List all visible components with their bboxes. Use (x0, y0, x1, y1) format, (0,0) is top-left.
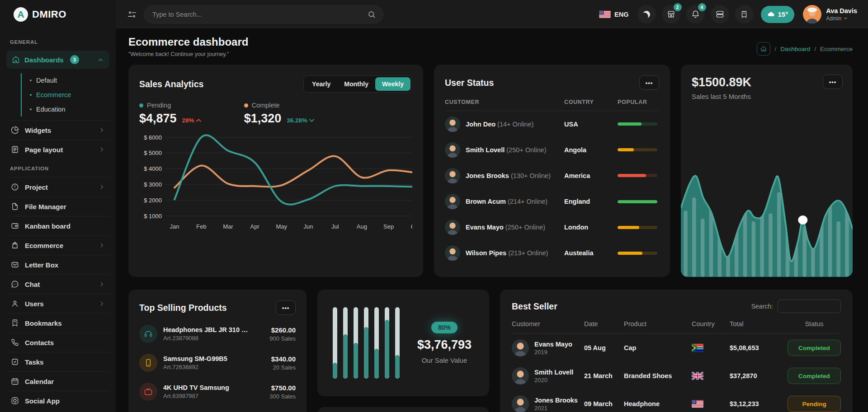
svg-text:Feb: Feb (196, 223, 206, 230)
sidebar-toggle-icon[interactable] (127, 10, 137, 19)
sidebar-item-file-manager[interactable]: File Manager (6, 197, 109, 216)
sidebar-item-ecommerce[interactable]: Ecommerce (6, 235, 109, 255)
more-options-button[interactable]: ••• (276, 300, 296, 315)
language-label: ENG (614, 11, 628, 18)
chevron-down-icon (843, 16, 848, 21)
chevron-right-icon (99, 146, 105, 153)
stacked-bar (343, 307, 348, 379)
table-row[interactable]: Evans Mayo2019 05 Aug Cap $5,08,653 Comp… (512, 334, 841, 362)
bookmark-icon (740, 10, 748, 19)
user-status-row[interactable]: Smith Lovell (250+ Online)Angola (445, 142, 659, 158)
tab-weekly[interactable]: Weekly (375, 77, 410, 91)
sale-value-percent-badge: 80% (431, 322, 458, 333)
sidebar-item-users[interactable]: Users (6, 294, 109, 313)
user-name: Ava Davis (826, 7, 857, 14)
smartphone-icon (139, 354, 157, 372)
table-search-input[interactable] (778, 300, 841, 313)
chevron-right-icon (99, 127, 105, 133)
sidebar-item-page-layout[interactable]: Page layout (6, 140, 109, 159)
svg-text:Aug: Aug (357, 223, 367, 230)
sidebar-item-tasks[interactable]: Tasks (6, 352, 109, 371)
sidebar-subitem-education[interactable]: Education (22, 102, 116, 117)
svg-text:$ 5000: $ 5000 (144, 150, 162, 156)
avatar (445, 220, 460, 235)
chevron-right-icon (99, 242, 105, 248)
search-label: Search: (751, 303, 773, 310)
layout-rows-button[interactable] (711, 5, 729, 23)
svg-text:$ 6000: $ 6000 (144, 134, 162, 141)
sidebar-item-dashboards[interactable]: Dashboards 3 (6, 51, 109, 69)
search-input[interactable] (152, 11, 368, 18)
chevron-right-icon (99, 300, 105, 307)
sidebar-item-chat[interactable]: Chat (6, 274, 109, 294)
store-icon (667, 10, 675, 19)
sidebar-subitem-ecommerce[interactable]: Ecommerce (22, 88, 116, 102)
table-row[interactable]: Jones Brooks2021 09 March Headphone $3,1… (512, 390, 841, 412)
sidebar-item-letter-box[interactable]: Letter Box (6, 255, 109, 274)
product-list-item[interactable]: 16.5" Gaming Laptop 29...Art.73497990 $2… (139, 406, 296, 412)
sidebar-item-social-app[interactable]: Social App (6, 391, 109, 410)
user-status-row[interactable]: Jones Brooks (130+ Online)America (445, 168, 659, 183)
breadcrumb-dashboard[interactable]: Dashboard (780, 46, 810, 52)
best-seller-card: Best Seller Search: CustomerDateProductC… (500, 290, 853, 412)
search-icon[interactable] (368, 10, 376, 19)
user-status-row[interactable]: John Deo (14+ Online)USA (445, 117, 659, 132)
stat-pending: Pending $4,875 28% (139, 102, 201, 126)
user-status-row[interactable]: Brown Acum (214+ Online)England (445, 194, 659, 209)
user-profile[interactable]: Ava Davis Admin (803, 5, 857, 23)
avatar (512, 367, 529, 384)
logo[interactable]: A DMIRO (0, 0, 116, 28)
bell-icon (691, 10, 700, 19)
sale-value-card: 80% $3,76,793 Our Sale Value (317, 290, 489, 396)
language-selector[interactable]: ENG (599, 10, 628, 18)
more-options-button[interactable]: ••• (823, 75, 843, 89)
phone-icon (11, 338, 19, 346)
breadcrumb-home-button[interactable] (757, 42, 770, 56)
sidebar-item-contacts[interactable]: Contacts (6, 332, 109, 352)
trend-arrow-icon (196, 118, 201, 122)
legend-dot-icon (244, 103, 248, 108)
logo-icon: A (14, 7, 28, 22)
tab-monthly[interactable]: Monthly (337, 77, 375, 91)
sidebar-item-widgets[interactable]: Widgets (6, 120, 109, 140)
user-status-row[interactable]: Evans Mayo (250+ Online)London (445, 220, 659, 235)
tab-yearly[interactable]: Yearly (305, 77, 337, 91)
user-status-row[interactable]: Wilson Pipes (213+ Online)Austealia (445, 245, 659, 261)
svg-text:$ 1000: $ 1000 (144, 213, 162, 220)
bookmark-button[interactable] (735, 5, 754, 23)
chevron-up-icon (97, 56, 104, 63)
product-list-item[interactable]: Headphones JBL JR 310 BTArt.23879088 $26… (139, 319, 296, 348)
alert-circle-icon (11, 183, 19, 191)
page-title: Ecommerce dashboard (128, 36, 248, 48)
sidebar-subitem-default[interactable]: Default (22, 73, 116, 88)
sidebar-item-project[interactable]: Project (6, 177, 109, 197)
card-title: User Status (445, 78, 494, 88)
product-list-item[interactable]: Samsung SM-G99B5Art.72636892 $340.0020 S… (139, 348, 296, 377)
store-button[interactable]: 2 (662, 5, 680, 23)
mail-icon (11, 261, 19, 269)
more-options-button[interactable]: ••• (639, 75, 659, 90)
sidebar-item-calendar[interactable]: Calendar (6, 371, 109, 391)
table-row[interactable]: Smith Lovell2020 21 March Branded Shoes … (512, 362, 841, 390)
svg-text:Apr: Apr (250, 223, 259, 230)
avatar (512, 339, 529, 356)
weather-widget[interactable]: 15° (761, 6, 795, 23)
user-status-rows: John Deo (14+ Online)USASmith Lovell (25… (445, 111, 659, 266)
sales-5-months-chart (681, 138, 853, 277)
card-title: Sales Analytics (139, 79, 203, 89)
dark-mode-button[interactable] (637, 5, 656, 23)
sidebar-item-kanban-board[interactable]: Kanban board (6, 216, 109, 235)
main-content: Ecommerce dashboard "Welcome back! Conti… (116, 28, 868, 412)
product-list-item[interactable]: 4K UHD TV SamsungArt.63987987 $750.00300… (139, 377, 296, 406)
sales-summary-card: $1500.89K Sales last 5 Months ••• (681, 65, 853, 277)
sidebar-item-bookmarks[interactable]: Bookmarks (6, 313, 109, 332)
sidebar-item-label: Dashboards (24, 56, 64, 64)
temperature-label: 15° (778, 10, 788, 18)
svg-text:Jun: Jun (304, 223, 313, 230)
period-tabs: Yearly Monthly Weekly (303, 75, 412, 93)
sales-summary-value: $1500.89K (692, 75, 842, 89)
svg-text:Oct: Oct (411, 223, 412, 230)
table-search: Search: (751, 300, 841, 313)
notifications-button[interactable]: 4 (686, 5, 705, 23)
stacked-bar (395, 307, 400, 379)
